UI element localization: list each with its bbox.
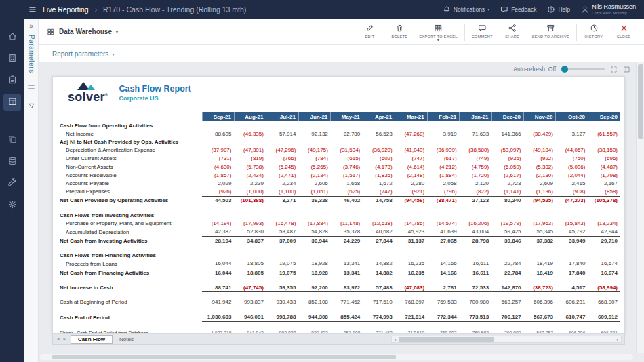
tab-notes[interactable]: Notes xyxy=(113,336,140,343)
sidebar-item-assignments[interactable] xyxy=(3,72,21,89)
report-icon xyxy=(7,96,18,109)
menu-icon[interactable] xyxy=(28,5,37,14)
cell-value xyxy=(234,121,266,129)
parameters-panel: » Parameters xyxy=(24,19,39,362)
caret-down-icon[interactable]: ▾ xyxy=(112,52,114,56)
cell-value: (625) xyxy=(331,188,363,197)
cell-value: (2,130) xyxy=(524,171,556,179)
scroll-left-icon[interactable]: ◂ xyxy=(393,337,397,342)
cell-value: 55,345 xyxy=(524,228,556,237)
cell-value: (5,265) xyxy=(298,163,330,171)
sidebar-item-home[interactable] xyxy=(3,28,21,46)
tab-scroll-left-icon[interactable]: ◂ xyxy=(56,336,61,342)
cell-value xyxy=(588,252,620,260)
sidebar-item-documents[interactable] xyxy=(3,132,21,149)
cell-value xyxy=(298,245,330,252)
cell-value: 18,419 xyxy=(524,268,556,277)
cell-value xyxy=(524,306,556,313)
slider-knob[interactable] xyxy=(561,66,568,73)
tab-scroll-right-icon[interactable]: ▸ xyxy=(62,336,68,342)
cell-value xyxy=(556,245,588,252)
cell-value: (4,759) xyxy=(460,163,491,171)
cell-value xyxy=(556,306,588,313)
cell-value xyxy=(234,245,266,252)
cell-value xyxy=(491,322,523,328)
send-to-archive-button[interactable]: SEND TO ARCHIVE xyxy=(527,22,574,39)
page-title: R170 - Cash Flow - Trending (Rolling 13 … xyxy=(103,5,246,14)
cell-value xyxy=(266,252,298,260)
cell-value: 29,710 xyxy=(588,236,620,245)
toolbar-action-label: CLOSE xyxy=(617,35,630,39)
scroll-right-icon[interactable]: ▸ xyxy=(616,337,620,342)
sidebar-item-organization[interactable] xyxy=(3,50,21,68)
cell-value xyxy=(491,138,523,146)
cell-value xyxy=(234,292,266,298)
filter-icon[interactable] xyxy=(28,100,35,113)
table-row: Net Cash from Financing Activities16,044… xyxy=(58,268,620,277)
vertical-scrollbar[interactable] xyxy=(636,62,644,353)
cell-value: 24,229 xyxy=(331,236,363,245)
cell-value: (617) xyxy=(427,155,459,163)
caret-down-icon: ▾ xyxy=(116,29,118,34)
edit-button[interactable]: EDIT xyxy=(355,22,384,39)
delete-button[interactable]: DELETE xyxy=(384,22,414,39)
cell-value: (58,994) xyxy=(588,283,620,292)
history-button[interactable]: HISTORY xyxy=(579,22,609,39)
cell-value: 768,897 xyxy=(427,328,459,334)
row-label xyxy=(58,306,202,313)
cell-value: (49,175) xyxy=(298,146,330,155)
cell-value xyxy=(588,121,620,129)
row-label xyxy=(58,277,202,283)
export-to-excel-button[interactable]: EXPORT TO EXCEL▾ xyxy=(414,22,462,42)
cell-value xyxy=(266,322,298,328)
tab-cash-flow[interactable]: Cash Flow xyxy=(71,335,113,344)
column-header: Jan-21 xyxy=(460,112,491,121)
sidebar-item-tools[interactable] xyxy=(3,175,21,193)
cell-value: 54,828 xyxy=(298,228,330,237)
horizontal-scrollbar[interactable]: ◂ ▸ xyxy=(391,336,622,343)
user-menu[interactable]: Nils Rasmussen CorpDemo Monthly xyxy=(581,3,636,16)
comment-button[interactable]: COMMENT xyxy=(467,22,498,39)
cell-value: (38,150) xyxy=(588,146,620,155)
page-horizontal-scrollbar[interactable] xyxy=(40,354,633,360)
cell-value: (11,148) xyxy=(331,220,363,228)
topbar-right: Notifications ▾ Feedback Help Nils Rasmu… xyxy=(443,3,636,16)
cell-value: 700,980 xyxy=(491,328,523,334)
scrollbar-thumb[interactable] xyxy=(399,337,494,342)
cell-value: 28,194 xyxy=(202,236,234,245)
help-button[interactable]: Help xyxy=(547,5,569,14)
solver-logo-text: solver® xyxy=(68,90,108,102)
cell-value: 3,127 xyxy=(556,129,588,138)
report-titles: Cash Flow Report Corporate US xyxy=(119,82,191,102)
scrollbar-thumb[interactable] xyxy=(52,355,397,359)
expand-icon[interactable] xyxy=(610,66,618,73)
sidebar-item-data[interactable] xyxy=(3,153,21,171)
sidebar-item-settings[interactable] xyxy=(3,197,21,214)
cell-value: (784) xyxy=(298,155,330,163)
column-header: Sep-20 xyxy=(588,112,620,121)
notifications-button[interactable]: Notifications ▾ xyxy=(443,5,489,14)
cell-value: 2,609 xyxy=(524,179,556,187)
expand-parameters-button[interactable]: » xyxy=(29,22,33,31)
auto-refresh-slider[interactable] xyxy=(561,66,605,73)
feedback-button[interactable]: Feedback xyxy=(500,5,536,14)
report-subtitle: Corporate US xyxy=(119,95,191,102)
parameters-label[interactable]: Parameters xyxy=(28,35,35,73)
report-parameters-label[interactable]: Report parameters xyxy=(52,50,108,58)
cell-value xyxy=(234,306,266,313)
cell-value xyxy=(363,205,395,211)
cell-value: 88,605 xyxy=(202,129,234,138)
menu-icon[interactable] xyxy=(28,81,35,94)
panel-toggle-icon[interactable] xyxy=(623,66,630,73)
data-source-selector[interactable]: Data Warehouse ▾ xyxy=(47,28,118,36)
scrollbar-thumb[interactable] xyxy=(638,64,643,139)
breadcrumb-section[interactable]: Live Reporting xyxy=(43,5,89,14)
share-button[interactable]: SHARE xyxy=(498,22,527,39)
close-button[interactable]: CLOSE xyxy=(609,22,639,39)
cell-value xyxy=(202,306,234,313)
cell-value: (749) xyxy=(460,155,491,163)
cell-value: (1,051) xyxy=(298,188,330,197)
cell-value: (1,884) xyxy=(427,171,459,179)
cell-value: (3,746) xyxy=(331,163,363,171)
sidebar-item-reports[interactable] xyxy=(3,94,21,111)
